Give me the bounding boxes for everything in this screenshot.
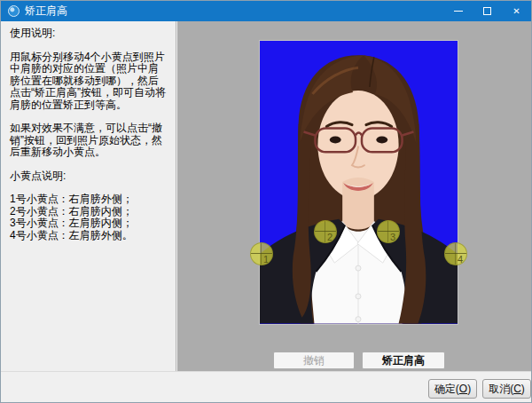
crosshair-vertical	[261, 243, 262, 265]
shoulder-dot-1[interactable]: 1	[250, 242, 273, 265]
correct-shoulder-dialog: 矫正肩高 ✕ 使用说明: 用鼠标分别移动4个小黄点到照片中肩膀的对应的位置（照片…	[0, 0, 532, 403]
dot-legend-4: 4号小黄点：左肩膀外侧。	[10, 230, 168, 242]
footer-bar: 确定(O) 取消(C)	[1, 371, 531, 402]
shoulder-dot-4[interactable]: 4	[444, 242, 467, 265]
undo-button[interactable]: 撤销	[273, 352, 355, 369]
cancel-button[interactable]: 取消(C)	[482, 379, 531, 399]
crosshair-horizontal	[315, 231, 336, 232]
cancel-label-suffix: )	[521, 383, 525, 395]
dot-number: 1	[263, 254, 269, 265]
close-icon: ✕	[512, 6, 520, 16]
crosshair-horizontal	[378, 231, 399, 232]
dot-number: 3	[390, 232, 395, 242]
minimize-icon	[454, 11, 463, 12]
title-bar[interactable]: 矫正肩高 ✕	[1, 1, 531, 21]
ok-label-suffix: )	[467, 383, 471, 395]
maximize-button[interactable]	[473, 1, 502, 21]
dot-number: 4	[458, 254, 463, 265]
crosshair-vertical	[325, 221, 325, 242]
crosshair-vertical	[387, 221, 388, 242]
instructions-panel: 使用说明: 用鼠标分别移动4个小黄点到照片中肩膀的对应的位置（照片中肩膀位置在哪…	[1, 21, 176, 371]
minimize-button[interactable]	[443, 1, 473, 21]
crosshair-horizontal	[445, 253, 466, 254]
window-controls: ✕	[443, 1, 531, 21]
dot-number: 2	[327, 232, 332, 242]
usage-paragraph-2: 如果对效果不满意，可以点击“撤销”按钮，回到照片原始状态，然后重新移动小黄点。	[10, 122, 168, 159]
close-button[interactable]: ✕	[502, 1, 531, 21]
ok-mnemonic: O	[459, 383, 467, 395]
ok-label: 确定(	[434, 383, 459, 395]
cancel-label: 取消(	[489, 383, 513, 395]
maximize-icon	[483, 7, 491, 15]
ok-button[interactable]: 确定(O)	[428, 379, 477, 399]
usage-title: 使用说明:	[10, 28, 168, 40]
crosshair-horizontal	[251, 253, 272, 254]
correct-shoulder-button[interactable]: 矫正肩高	[362, 352, 445, 369]
portrait-photo	[259, 40, 458, 325]
cancel-mnemonic: C	[513, 383, 521, 395]
window-title: 矫正肩高	[25, 4, 67, 19]
crosshair-vertical	[455, 243, 456, 265]
dot-legend-3: 3号小黄点：左肩膀内侧；	[10, 217, 168, 230]
shoulder-dot-2[interactable]: 2	[314, 220, 337, 243]
app-icon	[8, 5, 20, 17]
usage-paragraph-1: 用鼠标分别移动4个小黄点到照片中肩膀的对应的位置（照片中肩膀位置在哪就移动到哪）…	[10, 51, 168, 112]
dot-legend-2: 2号小黄点：右肩膀内侧；	[10, 206, 168, 218]
shoulder-dot-3[interactable]: 3	[377, 220, 400, 243]
dot-legend-1: 1号小黄点：右肩膀外侧；	[10, 194, 168, 206]
dots-legend-title: 小黄点说明:	[10, 170, 168, 183]
